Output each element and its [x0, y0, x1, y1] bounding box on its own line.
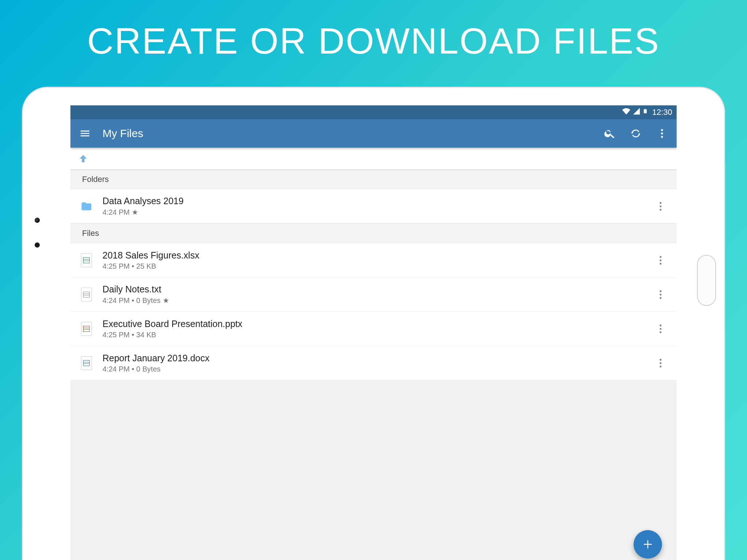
tablet-home-button[interactable]: [697, 255, 716, 306]
svg-point-0: [661, 129, 663, 131]
svg-point-4: [659, 205, 661, 207]
file-name: Report January 2019.docx: [102, 353, 645, 363]
app-title: My Files: [102, 127, 592, 140]
folder-sub: 4:24 PM ★: [102, 208, 645, 217]
battery-icon: [643, 107, 648, 117]
section-header-files: Files: [70, 223, 677, 243]
svg-point-2: [661, 136, 663, 138]
svg-point-5: [659, 209, 661, 210]
svg-point-6: [659, 256, 661, 258]
file-row[interactable]: Daily Notes.txt 4:24 PM • 0 Bytes ★: [70, 277, 677, 312]
tablet-frame: 12:30 My Files Folders: [22, 87, 725, 560]
overflow-button[interactable]: [653, 125, 671, 142]
file-more-button[interactable]: [653, 253, 668, 268]
hamburger-icon: [79, 128, 91, 139]
plus-icon: [642, 539, 653, 550]
refresh-icon: [630, 128, 642, 139]
svg-point-10: [659, 293, 661, 295]
svg-point-16: [659, 362, 661, 364]
more-vert-icon: [656, 128, 668, 139]
svg-point-8: [659, 262, 661, 264]
status-bar: 12:30: [70, 105, 677, 119]
signal-icon: [632, 107, 640, 117]
svg-point-15: [659, 359, 661, 361]
file-row[interactable]: Executive Board Presentation.pptx 4:25 P…: [70, 312, 677, 346]
file-more-button[interactable]: [653, 287, 668, 302]
status-time: 12:30: [652, 108, 672, 117]
more-vert-icon: [659, 255, 662, 265]
tablet-screen: 12:30 My Files Folders: [70, 105, 677, 560]
svg-point-17: [659, 365, 661, 367]
svg-point-13: [659, 328, 661, 330]
file-row[interactable]: Report January 2019.docx 4:24 PM • 0 Byt…: [70, 346, 677, 380]
folder-row[interactable]: Data Analyses 2019 4:24 PM ★: [70, 189, 677, 223]
svg-point-12: [659, 324, 661, 326]
navigate-up-button[interactable]: [70, 148, 677, 170]
app-bar: My Files: [70, 119, 677, 148]
refresh-button[interactable]: [627, 125, 645, 142]
menu-button[interactable]: [76, 125, 94, 142]
add-fab-button[interactable]: [634, 530, 662, 559]
file-name: Executive Board Presentation.pptx: [102, 319, 645, 329]
file-name: Daily Notes.txt: [102, 284, 645, 295]
search-icon: [604, 128, 615, 139]
file-sub: 4:25 PM • 25 KB: [102, 262, 645, 271]
promo-headline: CREATE OR DOWNLOAD FILES: [0, 0, 747, 62]
section-header-folders: Folders: [70, 170, 677, 189]
file-name: 2018 Sales Figures.xlsx: [102, 250, 645, 261]
wifi-icon: [622, 107, 630, 117]
more-vert-icon: [659, 358, 662, 368]
txt-file-icon: [79, 287, 94, 303]
svg-point-7: [659, 259, 661, 261]
svg-point-11: [659, 297, 661, 299]
file-more-button[interactable]: [653, 322, 668, 336]
search-button[interactable]: [601, 125, 618, 142]
folder-icon: [79, 198, 94, 214]
file-sub: 4:25 PM • 34 KB: [102, 331, 645, 339]
xlsx-file-icon: [79, 252, 94, 268]
folder-more-button[interactable]: [653, 199, 668, 214]
more-vert-icon: [659, 324, 662, 334]
file-sub: 4:24 PM • 0 Bytes: [102, 365, 645, 373]
svg-point-1: [661, 132, 663, 134]
more-vert-icon: [659, 201, 662, 211]
file-more-button[interactable]: [653, 356, 668, 370]
svg-point-14: [659, 331, 661, 333]
arrow-up-icon: [78, 153, 89, 164]
docx-file-icon: [79, 355, 94, 371]
svg-point-9: [659, 290, 661, 292]
pptx-file-icon: [79, 321, 94, 337]
more-vert-icon: [659, 289, 662, 300]
svg-point-3: [659, 202, 661, 204]
file-sub: 4:24 PM • 0 Bytes ★: [102, 296, 645, 305]
file-row[interactable]: 2018 Sales Figures.xlsx 4:25 PM • 25 KB: [70, 243, 677, 277]
folder-name: Data Analyses 2019: [102, 196, 645, 206]
